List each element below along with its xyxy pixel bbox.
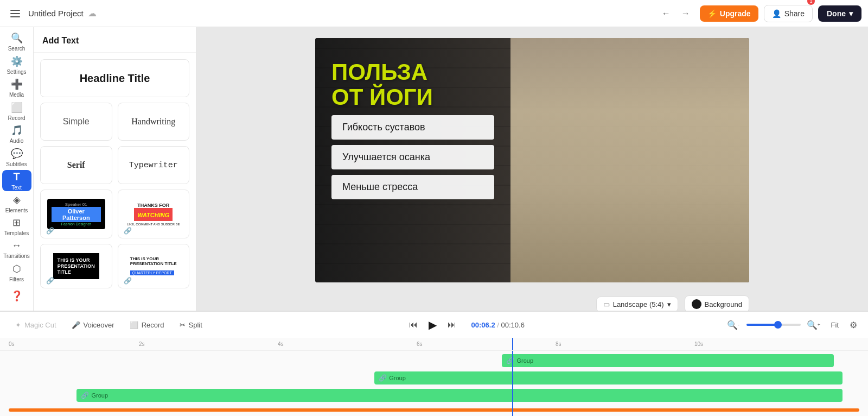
sidebar-item-settings[interactable]: ⚙️ Settings xyxy=(2,55,31,76)
ruler-mark-0: 0s xyxy=(9,341,15,347)
filters-icon: ⬡ xyxy=(12,263,21,275)
zoom-controls: 🔍- 🔍+ Fit ⚙ xyxy=(725,316,859,333)
benefit-item-3: Меньше стресса xyxy=(331,175,494,199)
group-icon-3: 🔗 xyxy=(81,392,89,399)
text-icon: T xyxy=(13,171,20,183)
track-clip-2[interactable]: 🔗 Group xyxy=(374,371,842,385)
split-icon: ✂ xyxy=(180,321,186,329)
ruler-mark-10: 10s xyxy=(694,341,703,347)
text-panel: Add Text Headline Title Simple Handwriti… xyxy=(34,27,196,311)
voiceover-button[interactable]: 🎤 Voiceover xyxy=(65,318,121,332)
simple-preview: Simple xyxy=(63,117,90,127)
sidebar-item-subtitles[interactable]: 💬 Subtitles xyxy=(2,147,31,168)
main-content: 🔍 Search ⚙️ Settings ➕ Media ⬜ Record 🎵 … xyxy=(0,27,868,311)
sidebar-item-audio[interactable]: 🎵 Audio xyxy=(2,124,31,145)
undo-redo-group: ← → xyxy=(658,5,694,22)
mic-icon: 🎤 xyxy=(72,321,80,329)
text-style-pres2[interactable]: THIS IS YOUR PRESENTATION TITLE QUARTERL… xyxy=(118,244,190,288)
audio-track xyxy=(9,408,859,412)
timeline-settings-button[interactable]: ⚙ xyxy=(847,318,859,332)
help-icon: ❓ xyxy=(11,290,23,302)
link-icon-2: 🔗 xyxy=(124,227,132,235)
landscape-button[interactable]: ▭ Landscape (5:4) ▾ xyxy=(596,297,678,311)
sidebar-item-help[interactable]: ❓ xyxy=(2,286,31,307)
handwriting-preview: Handwriting xyxy=(131,117,175,127)
record-button[interactable]: ⬜ Record xyxy=(123,318,171,332)
time-display: 00:06.2 / 00:10.6 xyxy=(471,321,525,329)
text-style-serif[interactable]: Serif xyxy=(40,146,112,184)
magic-cut-button[interactable]: ✦ Magic Cut xyxy=(9,318,63,332)
topbar-right: ← → ⚡ Upgrade 👤 Share 1 Done ▾ xyxy=(658,5,861,22)
skip-back-button[interactable]: ⏮ xyxy=(405,318,422,332)
track-1: 🔗 Group xyxy=(9,353,859,368)
speaker-card-preview: Speaker 01 Oliver Patterson Fashion Desi… xyxy=(47,199,105,229)
zoom-slider-container xyxy=(746,324,801,326)
play-button[interactable]: ▶ xyxy=(424,316,441,333)
ruler-mark-6: 6s xyxy=(417,341,423,347)
plus-icon: ➕ xyxy=(11,78,23,90)
ruler-labels: 0s 2s 4s 6s 8s 10s xyxy=(0,338,868,350)
typewriter-preview: Typewriter xyxy=(129,161,178,170)
cloud-sync-icon: ☁ xyxy=(88,8,97,18)
sidebar-item-text[interactable]: T Text xyxy=(2,170,31,191)
bottom-toolbar: ✦ Magic Cut 🎤 Voiceover ⬜ Record ✂ Split… xyxy=(0,311,868,338)
sidebar-item-search[interactable]: 🔍 Search xyxy=(2,31,31,53)
split-button[interactable]: ✂ Split xyxy=(173,318,209,332)
sidebar-item-media[interactable]: ➕ Media xyxy=(2,78,31,99)
cursor-line xyxy=(512,351,513,416)
text-style-thanks[interactable]: THANKS FOR WATCHING LIKE, COMMENT AND SU… xyxy=(118,190,190,238)
sidebar-item-record[interactable]: ⬜ Record xyxy=(2,101,31,122)
menu-button[interactable] xyxy=(7,5,24,22)
track-clip-3[interactable]: 🔗 Group xyxy=(76,389,842,402)
text-style-handwriting[interactable]: Handwriting xyxy=(118,103,190,141)
sidebar-item-templates[interactable]: ⊞ Templates xyxy=(2,216,31,237)
skip-forward-button[interactable]: ⏭ xyxy=(443,318,461,332)
text-style-pres1[interactable]: THIS IS YOUR PRESENTATION TITLE 🔗 xyxy=(40,244,112,288)
share-button[interactable]: 👤 Share xyxy=(764,5,813,22)
zoom-slider[interactable] xyxy=(746,324,801,326)
elements-icon: ◈ xyxy=(13,194,21,206)
done-button[interactable]: Done ▾ xyxy=(818,5,861,22)
canvas[interactable]: ПОЛЬЗА ОТ ЙОГИ Гибкость суставов Улучшае… xyxy=(315,38,749,282)
timeline-ruler: 0s 2s 4s 6s 8s 10s xyxy=(0,338,868,351)
sidebar-item-filters[interactable]: ⬡ Filters xyxy=(2,262,31,283)
background-color-circle xyxy=(692,299,701,309)
upgrade-button[interactable]: ⚡ Upgrade xyxy=(700,5,758,22)
pres2-highlight: QUARTERLY REPORT xyxy=(130,270,174,275)
undo-button[interactable]: ← xyxy=(658,5,675,22)
canvas-wrapper: ПОЛЬЗА ОТ ЙОГИ Гибкость суставов Улучшае… xyxy=(207,38,857,311)
thanks-card-preview: THANKS FOR WATCHING LIKE, COMMENT AND SU… xyxy=(127,203,180,226)
playback-controls: ⏮ ▶ ⏭ xyxy=(405,316,461,333)
link-icon: 🔗 xyxy=(46,227,54,235)
settings-icon: ⚙️ xyxy=(11,55,23,67)
text-panel-header: Add Text xyxy=(34,27,196,53)
pres1-card-preview: THIS IS YOUR PRESENTATION TITLE xyxy=(53,253,99,279)
redo-button[interactable]: → xyxy=(677,5,694,22)
record-icon: ⬜ xyxy=(11,102,23,114)
text-style-simple[interactable]: Simple xyxy=(40,103,112,141)
link-icon-4: 🔗 xyxy=(124,277,132,285)
topbar-left: Untitled Project ☁ xyxy=(7,5,97,22)
sidebar-item-elements[interactable]: ◈ Elements xyxy=(2,193,31,215)
magic-cut-icon: ✦ xyxy=(15,321,21,329)
fit-button[interactable]: Fit xyxy=(827,319,843,331)
text-style-headline[interactable]: Headline Title xyxy=(40,59,189,97)
ruler-mark-2: 2s xyxy=(139,341,145,347)
share-icon: 👤 xyxy=(772,9,781,18)
chevron-down-icon: ▾ xyxy=(849,9,853,18)
zoom-in-button[interactable]: 🔍+ xyxy=(805,316,822,333)
sidebar-item-transitions[interactable]: ↔ Transitions xyxy=(2,239,31,261)
sidebar-icons: 🔍 Search ⚙️ Settings ➕ Media ⬜ Record 🎵 … xyxy=(0,27,34,311)
text-style-typewriter[interactable]: Typewriter xyxy=(118,146,190,184)
ruler-mark-4: 4s xyxy=(278,341,284,347)
benefit-item-1: Гибкость суставов xyxy=(331,115,494,140)
text-style-speaker[interactable]: Speaker 01 Oliver Patterson Fashion Desi… xyxy=(40,190,112,238)
templates-icon: ⊞ xyxy=(12,217,21,229)
background-button[interactable]: Background xyxy=(685,295,749,311)
landscape-icon: ▭ xyxy=(603,300,610,308)
upgrade-icon: ⚡ xyxy=(707,9,717,18)
chevron-down-icon-landscape: ▾ xyxy=(667,300,671,308)
track-3: 🔗 Group xyxy=(9,388,859,403)
track-clip-1[interactable]: 🔗 Group xyxy=(502,354,834,367)
zoom-out-button[interactable]: 🔍- xyxy=(725,316,742,333)
